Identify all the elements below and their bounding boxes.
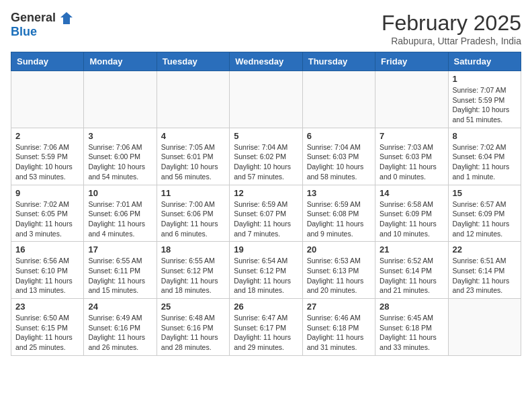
- day-number: 8: [453, 131, 517, 141]
- day-info: Sunrise: 7:01 AM Sunset: 6:06 PM Dayligh…: [88, 199, 152, 239]
- day-info: Sunrise: 6:47 AM Sunset: 6:17 PM Dayligh…: [234, 313, 298, 353]
- day-number: 4: [161, 131, 225, 141]
- day-info: Sunrise: 7:00 AM Sunset: 6:06 PM Dayligh…: [161, 199, 225, 239]
- calendar-day-12: 12Sunrise: 6:59 AM Sunset: 6:07 PM Dayli…: [230, 185, 302, 242]
- day-number: 26: [234, 302, 298, 312]
- day-info: Sunrise: 7:04 AM Sunset: 6:03 PM Dayligh…: [307, 142, 371, 182]
- calendar-empty-cell: [375, 71, 448, 128]
- day-number: 9: [15, 188, 79, 198]
- logo: General Blue: [11, 11, 74, 39]
- day-info: Sunrise: 7:07 AM Sunset: 5:59 PM Dayligh…: [453, 85, 517, 125]
- day-info: Sunrise: 7:02 AM Sunset: 6:04 PM Dayligh…: [453, 142, 517, 182]
- weekday-header-friday: Friday: [375, 52, 448, 71]
- day-number: 5: [234, 131, 298, 141]
- calendar-day-26: 26Sunrise: 6:47 AM Sunset: 6:17 PM Dayli…: [230, 299, 302, 356]
- calendar-empty-cell: [11, 71, 84, 128]
- calendar-empty-cell: [230, 71, 302, 128]
- calendar-day-28: 28Sunrise: 6:45 AM Sunset: 6:18 PM Dayli…: [375, 299, 448, 356]
- calendar-week-row: 1Sunrise: 7:07 AM Sunset: 5:59 PM Daylig…: [11, 71, 521, 128]
- day-info: Sunrise: 6:51 AM Sunset: 6:14 PM Dayligh…: [453, 256, 517, 295]
- day-number: 21: [380, 244, 443, 255]
- calendar-day-17: 17Sunrise: 6:55 AM Sunset: 6:11 PM Dayli…: [84, 242, 157, 299]
- weekday-header-monday: Monday: [84, 52, 157, 71]
- calendar-day-8: 8Sunrise: 7:02 AM Sunset: 6:04 PM Daylig…: [448, 128, 521, 185]
- calendar-empty-cell: [302, 71, 375, 128]
- day-number: 11: [161, 188, 225, 198]
- calendar-day-27: 27Sunrise: 6:46 AM Sunset: 6:18 PM Dayli…: [302, 299, 375, 356]
- day-info: Sunrise: 6:53 AM Sunset: 6:13 PM Dayligh…: [307, 256, 371, 295]
- day-info: Sunrise: 6:49 AM Sunset: 6:16 PM Dayligh…: [88, 313, 152, 353]
- day-number: 23: [15, 302, 79, 312]
- calendar-subtitle: Rabupura, Uttar Pradesh, India: [382, 36, 521, 46]
- day-number: 18: [161, 244, 225, 255]
- calendar-day-1: 1Sunrise: 7:07 AM Sunset: 5:59 PM Daylig…: [448, 71, 521, 128]
- day-info: Sunrise: 7:04 AM Sunset: 6:02 PM Dayligh…: [234, 142, 298, 182]
- day-info: Sunrise: 7:06 AM Sunset: 5:59 PM Dayligh…: [15, 142, 79, 182]
- calendar-day-16: 16Sunrise: 6:56 AM Sunset: 6:10 PM Dayli…: [11, 242, 84, 299]
- logo-blue-text: Blue: [11, 25, 37, 38]
- day-info: Sunrise: 6:58 AM Sunset: 6:09 PM Dayligh…: [380, 199, 443, 239]
- calendar-week-row: 2Sunrise: 7:06 AM Sunset: 5:59 PM Daylig…: [11, 128, 521, 185]
- day-info: Sunrise: 6:56 AM Sunset: 6:10 PM Dayligh…: [15, 256, 79, 295]
- day-number: 22: [453, 244, 517, 255]
- day-info: Sunrise: 6:54 AM Sunset: 6:12 PM Dayligh…: [234, 256, 298, 295]
- day-number: 3: [88, 131, 152, 141]
- weekday-header-wednesday: Wednesday: [230, 52, 302, 71]
- calendar-day-21: 21Sunrise: 6:52 AM Sunset: 6:14 PM Dayli…: [375, 242, 448, 299]
- calendar-empty-cell: [157, 71, 229, 128]
- day-info: Sunrise: 6:48 AM Sunset: 6:16 PM Dayligh…: [161, 313, 225, 353]
- calendar-day-22: 22Sunrise: 6:51 AM Sunset: 6:14 PM Dayli…: [448, 242, 521, 299]
- day-info: Sunrise: 7:03 AM Sunset: 6:03 PM Dayligh…: [380, 142, 443, 182]
- day-info: Sunrise: 6:55 AM Sunset: 6:12 PM Dayligh…: [161, 256, 225, 295]
- day-number: 25: [161, 302, 225, 312]
- logo-general-text: General: [11, 11, 56, 25]
- day-number: 27: [307, 302, 371, 312]
- day-number: 2: [15, 131, 79, 141]
- calendar-day-6: 6Sunrise: 7:04 AM Sunset: 6:03 PM Daylig…: [302, 128, 375, 185]
- calendar-empty-cell: [448, 299, 521, 356]
- day-info: Sunrise: 7:02 AM Sunset: 6:05 PM Dayligh…: [15, 199, 79, 239]
- calendar-day-18: 18Sunrise: 6:55 AM Sunset: 6:12 PM Dayli…: [157, 242, 229, 299]
- day-number: 20: [307, 244, 371, 255]
- page-header: General Blue February 2025 Rabupura, Utt…: [11, 11, 521, 46]
- day-number: 15: [453, 188, 517, 198]
- calendar-table: SundayMondayTuesdayWednesdayThursdayFrid…: [11, 52, 521, 356]
- day-number: 14: [380, 188, 443, 198]
- calendar-day-24: 24Sunrise: 6:49 AM Sunset: 6:16 PM Dayli…: [84, 299, 157, 356]
- calendar-day-10: 10Sunrise: 7:01 AM Sunset: 6:06 PM Dayli…: [84, 185, 157, 242]
- day-info: Sunrise: 6:59 AM Sunset: 6:08 PM Dayligh…: [307, 199, 371, 239]
- day-number: 7: [380, 131, 443, 141]
- day-number: 17: [88, 244, 152, 255]
- weekday-header-thursday: Thursday: [302, 52, 375, 71]
- calendar-day-3: 3Sunrise: 7:06 AM Sunset: 6:00 PM Daylig…: [84, 128, 157, 185]
- calendar-day-11: 11Sunrise: 7:00 AM Sunset: 6:06 PM Dayli…: [157, 185, 229, 242]
- calendar-day-23: 23Sunrise: 6:50 AM Sunset: 6:15 PM Dayli…: [11, 299, 84, 356]
- day-number: 10: [88, 188, 152, 198]
- day-number: 28: [380, 302, 443, 312]
- calendar-week-row: 9Sunrise: 7:02 AM Sunset: 6:05 PM Daylig…: [11, 185, 521, 242]
- weekday-header-tuesday: Tuesday: [157, 52, 229, 71]
- day-info: Sunrise: 7:05 AM Sunset: 6:01 PM Dayligh…: [161, 142, 225, 182]
- day-number: 16: [15, 244, 79, 255]
- calendar-day-14: 14Sunrise: 6:58 AM Sunset: 6:09 PM Dayli…: [375, 185, 448, 242]
- title-block: February 2025 Rabupura, Uttar Pradesh, I…: [382, 11, 521, 46]
- day-info: Sunrise: 7:06 AM Sunset: 6:00 PM Dayligh…: [88, 142, 152, 182]
- day-info: Sunrise: 6:52 AM Sunset: 6:14 PM Dayligh…: [380, 256, 443, 295]
- day-info: Sunrise: 6:45 AM Sunset: 6:18 PM Dayligh…: [380, 313, 443, 353]
- day-number: 12: [234, 188, 298, 198]
- calendar-day-25: 25Sunrise: 6:48 AM Sunset: 6:16 PM Dayli…: [157, 299, 229, 356]
- calendar-day-4: 4Sunrise: 7:05 AM Sunset: 6:01 PM Daylig…: [157, 128, 229, 185]
- calendar-day-13: 13Sunrise: 6:59 AM Sunset: 6:08 PM Dayli…: [302, 185, 375, 242]
- day-info: Sunrise: 6:46 AM Sunset: 6:18 PM Dayligh…: [307, 313, 371, 353]
- calendar-day-5: 5Sunrise: 7:04 AM Sunset: 6:02 PM Daylig…: [230, 128, 302, 185]
- calendar-week-row: 16Sunrise: 6:56 AM Sunset: 6:10 PM Dayli…: [11, 242, 521, 299]
- day-number: 6: [307, 131, 371, 141]
- day-info: Sunrise: 6:50 AM Sunset: 6:15 PM Dayligh…: [15, 313, 79, 353]
- calendar-day-9: 9Sunrise: 7:02 AM Sunset: 6:05 PM Daylig…: [11, 185, 84, 242]
- calendar-day-7: 7Sunrise: 7:03 AM Sunset: 6:03 PM Daylig…: [375, 128, 448, 185]
- calendar-day-2: 2Sunrise: 7:06 AM Sunset: 5:59 PM Daylig…: [11, 128, 84, 185]
- logo-icon: [59, 11, 74, 26]
- day-number: 13: [307, 188, 371, 198]
- calendar-week-row: 23Sunrise: 6:50 AM Sunset: 6:15 PM Dayli…: [11, 299, 521, 356]
- day-number: 24: [88, 302, 152, 312]
